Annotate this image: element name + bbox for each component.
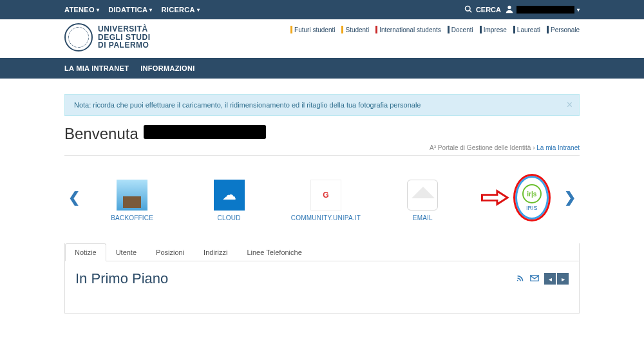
quicklink-label: International students bbox=[379, 26, 441, 33]
iris-icon: ir|s bbox=[522, 184, 542, 203]
alert-close-button[interactable]: × bbox=[567, 100, 573, 110]
accent-bar bbox=[480, 26, 482, 33]
carousel-prev-button[interactable]: ❮ bbox=[64, 189, 84, 206]
quicklink-label: Laureati bbox=[517, 26, 540, 33]
pager-next-button[interactable]: ▸ bbox=[557, 273, 569, 285]
service-cloud[interactable]: ☁ CLOUD bbox=[191, 180, 268, 221]
breadcrumb-root: A³ Portale di Gestione delle Identità bbox=[430, 144, 531, 151]
logo-text: UNIVERSITÀ DEGLI STUDI DI PALERMO bbox=[98, 25, 151, 50]
quicklink-futuri-studenti[interactable]: Futuri studenti bbox=[290, 26, 335, 33]
accent-bar bbox=[547, 26, 549, 33]
quicklink-studenti[interactable]: Studenti bbox=[341, 26, 369, 33]
service-label: IRIS bbox=[526, 205, 538, 211]
welcome-row: Benvenuta bbox=[64, 125, 580, 143]
service-label: EMAIL bbox=[384, 214, 461, 221]
chevron-down-icon: ▾ bbox=[577, 7, 580, 13]
quicklink-label: Personale bbox=[551, 26, 580, 33]
user-icon bbox=[505, 5, 514, 15]
panel-body: In Primo Piano ◂ ▸ bbox=[65, 261, 579, 313]
breadcrumb: A³ Portale di Gestione delle Identità › … bbox=[64, 144, 580, 151]
topbar-right: CERCA ▾ bbox=[464, 5, 580, 15]
tab-linee-telefoniche[interactable]: Linee Telefoniche bbox=[237, 243, 311, 261]
tab-posizioni[interactable]: Posizioni bbox=[146, 243, 194, 261]
user-name-redacted bbox=[516, 6, 574, 14]
divider bbox=[64, 155, 580, 156]
secondary-nav: LA MIA INTRANET INFORMAZIONI bbox=[0, 58, 644, 79]
highlighted-service: ir|s IRIS bbox=[481, 174, 551, 221]
info-alert: Nota: ricorda che puoi effettuare il car… bbox=[64, 94, 580, 116]
quicklink-docenti[interactable]: Docenti bbox=[448, 26, 473, 33]
service-label: BACKOFFICE bbox=[93, 214, 171, 221]
accent-bar bbox=[448, 26, 450, 33]
logo-seal-icon bbox=[64, 23, 93, 52]
tabs-panel: NotizieUtentePosizioniIndirizziLinee Tel… bbox=[64, 243, 580, 314]
quicklink-international-students[interactable]: International students bbox=[375, 26, 441, 33]
service-label: COMMUNITY.UNIPA.IT bbox=[287, 214, 365, 221]
quicklink-label: Studenti bbox=[345, 26, 369, 33]
chevron-down-icon: ▾ bbox=[197, 7, 200, 13]
quicklink-personale[interactable]: Personale bbox=[547, 26, 580, 33]
carousel-next-button[interactable]: ❯ bbox=[560, 189, 580, 206]
welcome-name-redacted bbox=[144, 125, 266, 139]
search-icon[interactable] bbox=[464, 5, 472, 14]
service-backoffice[interactable]: BACKOFFICE bbox=[93, 180, 171, 221]
topbar: ATENEO▾ DIDATTICA▾ RICERCA▾ CERCA ▾ bbox=[0, 0, 644, 19]
tab-utente[interactable]: Utente bbox=[106, 243, 146, 261]
breadcrumb-sep: › bbox=[531, 144, 536, 151]
tab-notizie[interactable]: Notizie bbox=[65, 243, 106, 261]
chevron-down-icon: ▾ bbox=[97, 7, 99, 13]
topbar-left: ATENEO▾ DIDATTICA▾ RICERCA▾ bbox=[64, 6, 200, 14]
tabs: NotizieUtentePosizioniIndirizziLinee Tel… bbox=[65, 243, 579, 261]
backoffice-icon bbox=[117, 180, 147, 211]
topnav-ateneo[interactable]: ATENEO▾ bbox=[64, 6, 99, 14]
site-logo[interactable]: UNIVERSITÀ DEGLI STUDI DI PALERMO bbox=[64, 23, 151, 52]
email-icon bbox=[407, 180, 438, 211]
logo-line: UNIVERSITÀ bbox=[98, 25, 151, 33]
topnav-label: ATENEO bbox=[64, 6, 95, 14]
pager: ◂ ▸ bbox=[544, 273, 569, 285]
quicklink-imprese[interactable]: Imprese bbox=[480, 26, 507, 33]
service-community[interactable]: G COMMUNITY.UNIPA.IT bbox=[287, 180, 365, 221]
breadcrumb-current[interactable]: La mia Intranet bbox=[536, 144, 580, 151]
mail-icon[interactable] bbox=[530, 274, 539, 285]
rss-icon[interactable] bbox=[516, 274, 525, 285]
nav-intranet[interactable]: LA MIA INTRANET bbox=[64, 64, 129, 72]
topnav-didattica[interactable]: DIDATTICA▾ bbox=[108, 6, 152, 14]
main-content: Nota: ricorda che puoi effettuare il car… bbox=[64, 94, 580, 314]
chevron-down-icon: ▾ bbox=[149, 7, 152, 13]
nav-informazioni[interactable]: INFORMAZIONI bbox=[140, 64, 194, 72]
accent-bar bbox=[375, 26, 377, 33]
accent-bar bbox=[341, 26, 343, 33]
user-menu[interactable]: ▾ bbox=[505, 5, 580, 15]
community-icon: G bbox=[310, 180, 341, 211]
carousel-body: BACKOFFICE ☁ CLOUD G COMMUNITY.UNIPA.IT … bbox=[84, 174, 560, 221]
quicklink-label: Docenti bbox=[451, 26, 473, 33]
logo-line: DI PALERMO bbox=[98, 41, 151, 50]
services-carousel: ❮ BACKOFFICE ☁ CLOUD G COMMUNITY.UNIPA.I… bbox=[64, 174, 580, 221]
svg-point-2 bbox=[507, 6, 511, 9]
quicklinks: Futuri studentiStudentiInternational stu… bbox=[290, 23, 580, 33]
tab-indirizzi[interactable]: Indirizzi bbox=[194, 243, 237, 261]
service-label: CLOUD bbox=[191, 214, 268, 221]
accent-bar bbox=[290, 26, 292, 33]
callout-arrow-icon bbox=[481, 189, 509, 207]
cloud-icon: ☁ bbox=[214, 180, 245, 211]
panel-title: In Primo Piano bbox=[75, 270, 168, 287]
service-iris[interactable]: ir|s IRIS bbox=[513, 174, 551, 221]
quicklink-laureati[interactable]: Laureati bbox=[513, 26, 540, 33]
header: UNIVERSITÀ DEGLI STUDI DI PALERMO Futuri… bbox=[0, 19, 644, 58]
search-label[interactable]: CERCA bbox=[476, 6, 501, 14]
service-email[interactable]: EMAIL bbox=[384, 180, 461, 221]
quicklink-label: Futuri studenti bbox=[294, 26, 335, 33]
svg-line-1 bbox=[469, 10, 471, 12]
accent-bar bbox=[513, 26, 515, 33]
alert-text: Nota: ricorda che puoi effettuare il car… bbox=[74, 101, 421, 109]
panel-actions: ◂ ▸ bbox=[516, 273, 569, 285]
pager-prev-button[interactable]: ◂ bbox=[544, 273, 556, 285]
topnav-label: DIDATTICA bbox=[108, 6, 147, 14]
topnav-label: RICERCA bbox=[162, 6, 195, 14]
quicklink-label: Imprese bbox=[484, 26, 507, 33]
svg-rect-3 bbox=[531, 275, 538, 281]
topnav-ricerca[interactable]: RICERCA▾ bbox=[162, 6, 200, 14]
svg-point-0 bbox=[465, 6, 470, 12]
